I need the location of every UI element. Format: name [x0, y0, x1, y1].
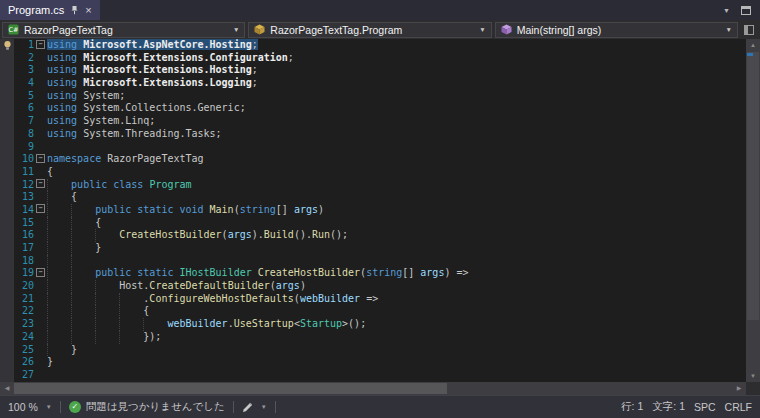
code-line[interactable]: 15 {	[0, 217, 746, 230]
fold-collapse-icon[interactable]: −	[36, 179, 45, 188]
vertical-scrollbar[interactable]: ▲ ▼	[746, 39, 760, 382]
fold-margin	[34, 293, 47, 306]
line-text: });	[47, 331, 161, 342]
fold-margin	[34, 331, 47, 344]
scroll-up-icon[interactable]: ▲	[746, 39, 760, 51]
code-editor[interactable]: 1−using Microsoft.AspNetCore.Hosting;2us…	[0, 39, 760, 395]
code-line[interactable]: 18	[0, 255, 746, 268]
code-line[interactable]: 26}	[0, 356, 746, 369]
line-number: 15	[14, 217, 34, 230]
code-line[interactable]: 9	[0, 141, 746, 154]
code-line[interactable]: 13 {	[0, 191, 746, 204]
status-eol[interactable]: CRLF	[725, 401, 752, 413]
code-line[interactable]: 14− public static void Main(string[] arg…	[0, 204, 746, 217]
code-line[interactable]: 16 CreateHostBuilder(args).Build().Run()…	[0, 229, 746, 242]
line-number: 26	[14, 356, 34, 369]
code-line[interactable]: 10−namespace RazorPageTextTag	[0, 153, 746, 166]
chevron-down-icon[interactable]: ▼	[233, 26, 239, 33]
token: Microsoft.Extensions.Configuration	[77, 52, 288, 63]
fold-margin	[34, 318, 47, 331]
chevron-down-icon[interactable]: ▼	[726, 26, 732, 33]
code-line[interactable]: 1−using Microsoft.AspNetCore.Hosting;	[0, 39, 746, 52]
code-line[interactable]: 21 .ConfigureWebHostDefaults(webBuilder …	[0, 293, 746, 306]
code-line[interactable]: 2using Microsoft.Extensions.Configuratio…	[0, 52, 746, 65]
code-line[interactable]: 3using Microsoft.Extensions.Hosting;	[0, 64, 746, 77]
status-column[interactable]: 文字: 1	[652, 400, 685, 414]
split-window-button[interactable]	[741, 22, 758, 38]
glyph-margin	[0, 356, 14, 369]
glyph-margin	[0, 141, 14, 154]
code-line[interactable]: 8using System.Threading.Tasks;	[0, 128, 746, 141]
close-icon[interactable]: ×	[85, 5, 91, 16]
code-line[interactable]: 7using System.Linq;	[0, 115, 746, 128]
token: ;	[252, 77, 258, 88]
indent-guide	[119, 318, 120, 331]
code-text: using System.Linq;	[47, 115, 746, 128]
code-line[interactable]: 4using Microsoft.Extensions.Logging;	[0, 77, 746, 90]
chevron-down-icon[interactable]: ▼	[479, 26, 485, 33]
active-files-dropdown-icon[interactable]: ▼	[723, 7, 730, 14]
project-dropdown[interactable]: C# RazorPageTextTag ▼	[2, 22, 245, 38]
glyph-margin	[0, 90, 14, 103]
line-text: using Microsoft.Extensions.Hosting;	[47, 64, 258, 75]
scroll-down-icon[interactable]: ▼	[746, 370, 760, 382]
indent-guide	[71, 242, 72, 255]
code-line[interactable]: 12− public class Program	[0, 179, 746, 192]
token: {	[47, 166, 53, 177]
horizontal-scrollbar[interactable]: ◀ ▶	[0, 382, 746, 395]
type-dropdown[interactable]: RazorPageTextTag.Program ▼	[248, 22, 491, 38]
code-line[interactable]: 27	[0, 369, 746, 382]
indent-guide	[47, 242, 48, 255]
scroll-left-icon[interactable]: ◀	[0, 382, 14, 395]
token: using	[47, 39, 77, 50]
line-number: 7	[14, 115, 34, 128]
horizontal-scrollbar-thumb[interactable]	[14, 383, 447, 394]
status-whitespace[interactable]: SPC	[694, 401, 716, 413]
code-line[interactable]: 6using System.Collections.Generic;	[0, 102, 746, 115]
fold-collapse-icon[interactable]: −	[36, 40, 45, 49]
edit-mode-button[interactable]: ▼	[242, 402, 267, 413]
code-line[interactable]: 22 {	[0, 305, 746, 318]
tab-program-cs[interactable]: Program.cs ×	[0, 0, 100, 20]
indent-guide	[47, 318, 48, 331]
code-line[interactable]: 19− public static IHostBuilder CreateHos…	[0, 267, 746, 280]
code-line[interactable]: 24 });	[0, 331, 746, 344]
indent-guide	[71, 217, 72, 230]
code-text: using Microsoft.AspNetCore.Hosting;	[47, 39, 746, 52]
code-line[interactable]: 5using System;	[0, 90, 746, 103]
line-number: 19	[14, 267, 34, 280]
code-text: }	[47, 242, 746, 255]
member-dropdown[interactable]: Main(string[] args) ▼	[495, 22, 738, 38]
line-number: 25	[14, 344, 34, 357]
fold-collapse-icon[interactable]: −	[36, 204, 45, 213]
token: ) =>	[444, 267, 468, 278]
fold-margin: −	[34, 267, 47, 280]
zoom-control[interactable]: 100 % ▼	[8, 401, 52, 413]
line-text: using System.Collections.Generic;	[47, 102, 246, 113]
glyph-margin	[0, 229, 14, 242]
line-number: 21	[14, 293, 34, 306]
code-line[interactable]: 23 webBuilder.UseStartup<Startup>();	[0, 318, 746, 331]
code-health-indicator[interactable]: ✓ 問題は見つかりませんでした	[69, 400, 225, 414]
line-text: {	[47, 191, 77, 202]
fold-collapse-icon[interactable]: −	[36, 268, 45, 277]
code-line[interactable]: 11{	[0, 166, 746, 179]
token: >();	[342, 318, 366, 329]
scroll-right-icon[interactable]: ▶	[732, 382, 746, 395]
fold-margin	[34, 64, 47, 77]
quick-actions-lightbulb-icon[interactable]	[0, 39, 14, 52]
code-text: {	[47, 166, 746, 179]
indent-guide	[47, 229, 48, 242]
fold-collapse-icon[interactable]: −	[36, 154, 45, 163]
fold-margin: −	[34, 179, 47, 192]
code-line[interactable]: 25 }	[0, 344, 746, 357]
document-options-icon[interactable]	[741, 6, 751, 15]
code-line[interactable]: 20 Host.CreateDefaultBuilder(args)	[0, 280, 746, 293]
status-line[interactable]: 行: 1	[621, 400, 643, 414]
vertical-scrollbar-thumb[interactable]	[747, 52, 759, 320]
indent-guide	[71, 318, 72, 331]
code-line[interactable]: 17 }	[0, 242, 746, 255]
pin-icon[interactable]	[70, 5, 79, 15]
token: }	[47, 356, 53, 367]
line-number: 6	[14, 102, 34, 115]
